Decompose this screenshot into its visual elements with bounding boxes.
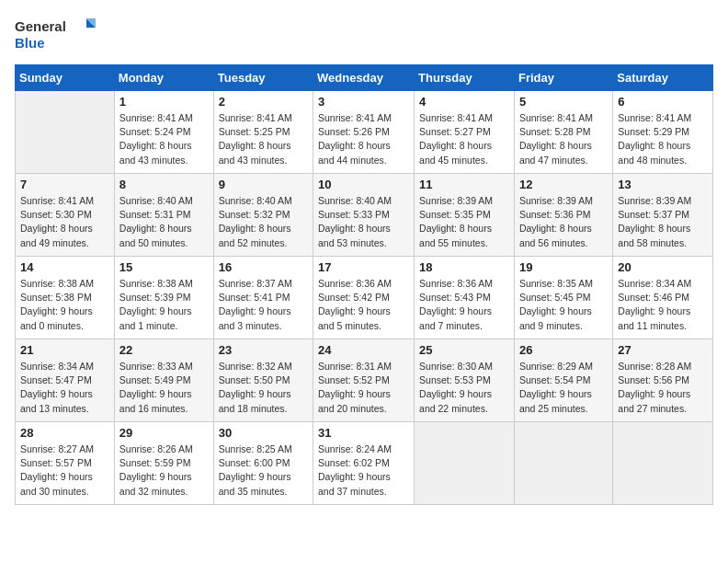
day-cell: 21Sunrise: 8:34 AMSunset: 5:47 PMDayligh… xyxy=(16,339,115,422)
day-number: 4 xyxy=(419,95,509,109)
day-cell: 18Sunrise: 8:36 AMSunset: 5:43 PMDayligh… xyxy=(415,257,515,339)
day-info: Sunrise: 8:40 AMSunset: 5:33 PMDaylight:… xyxy=(318,194,409,250)
col-header-friday: Friday xyxy=(514,65,612,91)
day-number: 31 xyxy=(318,426,409,440)
day-number: 28 xyxy=(20,426,109,440)
day-number: 29 xyxy=(119,426,209,440)
logo: General Blue xyxy=(15,15,97,53)
day-info: Sunrise: 8:37 AMSunset: 5:41 PMDaylight:… xyxy=(219,277,308,333)
day-cell: 30Sunrise: 8:25 AMSunset: 6:00 PMDayligh… xyxy=(213,422,313,505)
day-cell: 16Sunrise: 8:37 AMSunset: 5:41 PMDayligh… xyxy=(213,257,313,339)
day-cell: 2Sunrise: 8:41 AMSunset: 5:25 PMDaylight… xyxy=(213,91,313,174)
svg-text:General: General xyxy=(15,18,66,34)
day-info: Sunrise: 8:38 AMSunset: 5:38 PMDaylight:… xyxy=(20,277,109,333)
day-info: Sunrise: 8:28 AMSunset: 5:56 PMDaylight:… xyxy=(618,360,708,416)
day-info: Sunrise: 8:26 AMSunset: 5:59 PMDaylight:… xyxy=(119,442,209,499)
col-header-tuesday: Tuesday xyxy=(213,65,313,91)
day-info: Sunrise: 8:36 AMSunset: 5:42 PMDaylight:… xyxy=(318,277,409,333)
day-number: 25 xyxy=(419,343,509,357)
day-number: 27 xyxy=(618,343,708,357)
week-row-3: 14Sunrise: 8:38 AMSunset: 5:38 PMDayligh… xyxy=(16,257,713,339)
day-cell xyxy=(415,422,515,505)
day-info: Sunrise: 8:41 AMSunset: 5:24 PMDaylight:… xyxy=(119,111,209,167)
logo-svg: General Blue xyxy=(15,15,97,53)
day-cell xyxy=(16,91,115,174)
day-cell: 31Sunrise: 8:24 AMSunset: 6:02 PMDayligh… xyxy=(313,422,415,505)
day-number: 7 xyxy=(20,178,109,191)
day-info: Sunrise: 8:30 AMSunset: 5:53 PMDaylight:… xyxy=(419,360,509,416)
day-number: 16 xyxy=(219,260,308,274)
day-info: Sunrise: 8:41 AMSunset: 5:26 PMDaylight:… xyxy=(318,111,409,167)
day-cell: 3Sunrise: 8:41 AMSunset: 5:26 PMDaylight… xyxy=(313,91,415,174)
day-info: Sunrise: 8:41 AMSunset: 5:28 PMDaylight:… xyxy=(519,111,608,167)
day-number: 17 xyxy=(318,260,409,274)
day-info: Sunrise: 8:33 AMSunset: 5:49 PMDaylight:… xyxy=(119,360,209,416)
svg-text:Blue: Blue xyxy=(15,35,45,51)
col-header-sunday: Sunday xyxy=(16,65,115,91)
day-cell: 23Sunrise: 8:32 AMSunset: 5:50 PMDayligh… xyxy=(213,339,313,422)
day-cell: 13Sunrise: 8:39 AMSunset: 5:37 PMDayligh… xyxy=(613,174,713,257)
day-cell: 28Sunrise: 8:27 AMSunset: 5:57 PMDayligh… xyxy=(16,422,115,505)
day-info: Sunrise: 8:39 AMSunset: 5:37 PMDaylight:… xyxy=(618,194,708,250)
day-info: Sunrise: 8:41 AMSunset: 5:25 PMDaylight:… xyxy=(219,111,308,167)
day-cell: 11Sunrise: 8:39 AMSunset: 5:35 PMDayligh… xyxy=(415,174,515,257)
day-cell: 5Sunrise: 8:41 AMSunset: 5:28 PMDaylight… xyxy=(514,91,612,174)
col-header-monday: Monday xyxy=(114,65,213,91)
day-number: 13 xyxy=(618,178,708,191)
day-cell: 29Sunrise: 8:26 AMSunset: 5:59 PMDayligh… xyxy=(114,422,213,505)
day-number: 20 xyxy=(618,260,708,274)
day-number: 6 xyxy=(618,95,708,109)
day-cell: 17Sunrise: 8:36 AMSunset: 5:42 PMDayligh… xyxy=(313,257,415,339)
header: General Blue xyxy=(15,15,713,53)
day-cell: 10Sunrise: 8:40 AMSunset: 5:33 PMDayligh… xyxy=(313,174,415,257)
day-cell: 1Sunrise: 8:41 AMSunset: 5:24 PMDaylight… xyxy=(114,91,213,174)
day-info: Sunrise: 8:25 AMSunset: 6:00 PMDaylight:… xyxy=(219,442,308,499)
week-row-2: 7Sunrise: 8:41 AMSunset: 5:30 PMDaylight… xyxy=(16,174,713,257)
day-info: Sunrise: 8:29 AMSunset: 5:54 PMDaylight:… xyxy=(519,360,608,416)
day-number: 14 xyxy=(20,260,109,274)
day-number: 23 xyxy=(219,343,308,357)
day-number: 1 xyxy=(119,95,209,109)
day-number: 18 xyxy=(419,260,509,274)
day-cell: 24Sunrise: 8:31 AMSunset: 5:52 PMDayligh… xyxy=(313,339,415,422)
day-cell: 9Sunrise: 8:40 AMSunset: 5:32 PMDaylight… xyxy=(213,174,313,257)
day-info: Sunrise: 8:41 AMSunset: 5:29 PMDaylight:… xyxy=(618,111,708,167)
day-number: 26 xyxy=(519,343,608,357)
day-cell xyxy=(613,422,713,505)
day-cell: 7Sunrise: 8:41 AMSunset: 5:30 PMDaylight… xyxy=(16,174,115,257)
day-cell: 20Sunrise: 8:34 AMSunset: 5:46 PMDayligh… xyxy=(613,257,713,339)
day-cell: 12Sunrise: 8:39 AMSunset: 5:36 PMDayligh… xyxy=(514,174,612,257)
day-info: Sunrise: 8:34 AMSunset: 5:47 PMDaylight:… xyxy=(20,360,109,416)
col-header-saturday: Saturday xyxy=(613,65,713,91)
day-info: Sunrise: 8:27 AMSunset: 5:57 PMDaylight:… xyxy=(20,442,109,499)
col-header-wednesday: Wednesday xyxy=(313,65,415,91)
day-number: 15 xyxy=(119,260,209,274)
day-number: 9 xyxy=(219,178,308,191)
day-cell: 27Sunrise: 8:28 AMSunset: 5:56 PMDayligh… xyxy=(613,339,713,422)
day-cell: 25Sunrise: 8:30 AMSunset: 5:53 PMDayligh… xyxy=(415,339,515,422)
col-header-thursday: Thursday xyxy=(415,65,515,91)
day-info: Sunrise: 8:39 AMSunset: 5:35 PMDaylight:… xyxy=(419,194,509,250)
day-number: 5 xyxy=(519,95,608,109)
day-info: Sunrise: 8:36 AMSunset: 5:43 PMDaylight:… xyxy=(419,277,509,333)
day-info: Sunrise: 8:40 AMSunset: 5:31 PMDaylight:… xyxy=(119,194,209,250)
day-info: Sunrise: 8:34 AMSunset: 5:46 PMDaylight:… xyxy=(618,277,708,333)
day-number: 10 xyxy=(318,178,409,191)
day-info: Sunrise: 8:39 AMSunset: 5:36 PMDaylight:… xyxy=(519,194,608,250)
day-cell: 6Sunrise: 8:41 AMSunset: 5:29 PMDaylight… xyxy=(613,91,713,174)
day-number: 22 xyxy=(119,343,209,357)
header-row: SundayMondayTuesdayWednesdayThursdayFrid… xyxy=(16,65,713,91)
day-number: 11 xyxy=(419,178,509,191)
day-cell: 14Sunrise: 8:38 AMSunset: 5:38 PMDayligh… xyxy=(16,257,115,339)
day-number: 3 xyxy=(318,95,409,109)
day-info: Sunrise: 8:31 AMSunset: 5:52 PMDaylight:… xyxy=(318,360,409,416)
day-info: Sunrise: 8:41 AMSunset: 5:27 PMDaylight:… xyxy=(419,111,509,167)
day-cell: 26Sunrise: 8:29 AMSunset: 5:54 PMDayligh… xyxy=(514,339,612,422)
week-row-4: 21Sunrise: 8:34 AMSunset: 5:47 PMDayligh… xyxy=(16,339,713,422)
day-info: Sunrise: 8:35 AMSunset: 5:45 PMDaylight:… xyxy=(519,277,608,333)
day-number: 2 xyxy=(219,95,308,109)
day-number: 30 xyxy=(219,426,308,440)
day-cell: 22Sunrise: 8:33 AMSunset: 5:49 PMDayligh… xyxy=(114,339,213,422)
day-cell: 15Sunrise: 8:38 AMSunset: 5:39 PMDayligh… xyxy=(114,257,213,339)
day-info: Sunrise: 8:24 AMSunset: 6:02 PMDaylight:… xyxy=(318,442,409,499)
